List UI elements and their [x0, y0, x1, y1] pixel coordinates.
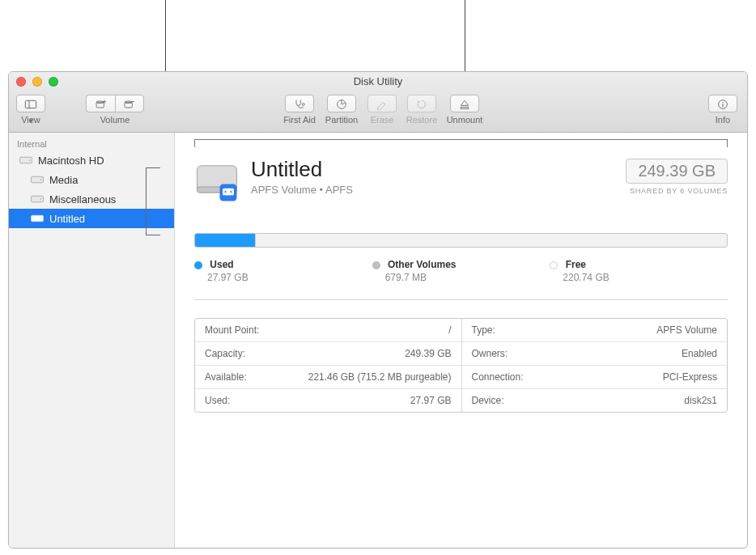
annotation-bracket-top	[194, 139, 728, 147]
info-row: Type: APFS Volume	[462, 319, 728, 341]
svg-point-22	[40, 218, 42, 219]
window-title: Disk Utility	[9, 75, 747, 87]
info-col-right: Type: APFS Volume Owners: Enabled Connec…	[461, 319, 728, 412]
volume-remove-button[interactable]	[115, 95, 144, 112]
svg-rect-26	[223, 189, 234, 196]
piechart-icon	[335, 98, 348, 111]
info-row: Capacity: 249.39 GB	[195, 341, 461, 365]
usage-seg-used	[195, 234, 255, 247]
info-row: Mount Point: /	[195, 319, 461, 341]
partition-button[interactable]	[327, 95, 356, 112]
legend-dot-other	[372, 261, 380, 269]
sidebar-section-header: Internal	[9, 138, 174, 150]
svg-point-16	[29, 159, 31, 161]
restore-button[interactable]	[407, 95, 436, 112]
volume-big-icon	[194, 159, 240, 204]
volume-subtitle: APFS Volume • APFS	[251, 184, 353, 196]
unmount-label: Unmount	[442, 115, 487, 125]
legend-used: Used 27.97 GB	[194, 259, 372, 283]
legend-dot-used	[194, 261, 202, 269]
svg-point-9	[302, 104, 304, 106]
info-button[interactable]	[708, 95, 737, 112]
restore-icon	[415, 98, 428, 111]
sidebar-view-icon	[24, 98, 37, 111]
sidebar-item-label: Media	[49, 174, 78, 186]
info-row: Device: disk2s1	[462, 388, 728, 412]
info-label: Info	[708, 115, 737, 125]
sidebar-item-label: Miscellaneous	[49, 193, 116, 205]
divider	[194, 299, 728, 300]
usage-seg-free	[256, 234, 727, 247]
info-row: Available: 221.46 GB (715.2 MB purgeable…	[195, 365, 461, 388]
info-row: Used: 27.97 GB	[195, 388, 461, 412]
harddrive-icon	[30, 211, 45, 226]
svg-point-28	[230, 191, 231, 193]
unmount-button[interactable]	[450, 95, 479, 112]
volume-label: Volume	[86, 115, 144, 125]
info-row: Connection: PCI-Express	[462, 365, 728, 388]
svg-point-20	[40, 198, 42, 200]
harddrive-icon	[19, 153, 33, 167]
annotation-bracket-side	[146, 167, 160, 235]
erase-label: Erase	[363, 115, 401, 125]
svg-point-27	[224, 191, 226, 193]
view-button[interactable]: ▾	[16, 95, 45, 112]
content: Untitled APFS Volume • APFS 249.39 GB SH…	[175, 133, 747, 548]
erase-button[interactable]	[367, 95, 397, 112]
svg-rect-0	[25, 100, 36, 108]
sidebar-item-label: Untitled	[49, 213, 85, 225]
info-icon	[716, 98, 729, 111]
view-label: View	[16, 115, 45, 125]
info-row: Owners: Enabled	[462, 341, 728, 365]
restore-label: Restore	[401, 115, 442, 125]
eject-icon	[458, 98, 471, 111]
legend-other: Other Volumes 679.7 MB	[372, 259, 550, 283]
legend: Used 27.97 GB Other Volumes 679.7 MB Fre…	[194, 259, 728, 283]
info-col-left: Mount Point: / Capacity: 249.39 GB Avail…	[195, 319, 461, 412]
svg-point-13	[722, 102, 723, 103]
partition-label: Partition	[321, 115, 363, 125]
volume-size: 249.39 GB	[626, 159, 728, 184]
volume-add-button[interactable]	[86, 95, 115, 112]
firstaid-button[interactable]	[285, 95, 314, 112]
volume-name: Untitled	[251, 157, 353, 182]
window: Disk Utility ▾ View	[8, 71, 748, 549]
titlebar: Disk Utility ▾ View	[9, 72, 747, 133]
info-grid: Mount Point: / Capacity: 249.39 GB Avail…	[194, 318, 728, 413]
sidebar-item-label: Macintosh HD	[38, 155, 104, 167]
svg-rect-11	[461, 107, 468, 108]
usage-bar	[194, 233, 728, 248]
harddrive-icon	[30, 192, 45, 206]
harddrive-icon	[30, 172, 45, 187]
firstaid-label: First Aid	[278, 115, 321, 125]
volume-add-icon	[95, 98, 108, 111]
legend-dot-free	[550, 261, 558, 269]
legend-free: Free 220.74 GB	[550, 259, 728, 283]
volume-remove-icon	[123, 98, 136, 111]
erase-icon	[376, 98, 389, 111]
stethoscope-icon	[293, 98, 306, 111]
volume-shared-caption: SHARED BY 6 VOLUMES	[626, 187, 728, 195]
toolbar: ▾ View	[9, 93, 747, 133]
svg-point-18	[40, 179, 42, 180]
